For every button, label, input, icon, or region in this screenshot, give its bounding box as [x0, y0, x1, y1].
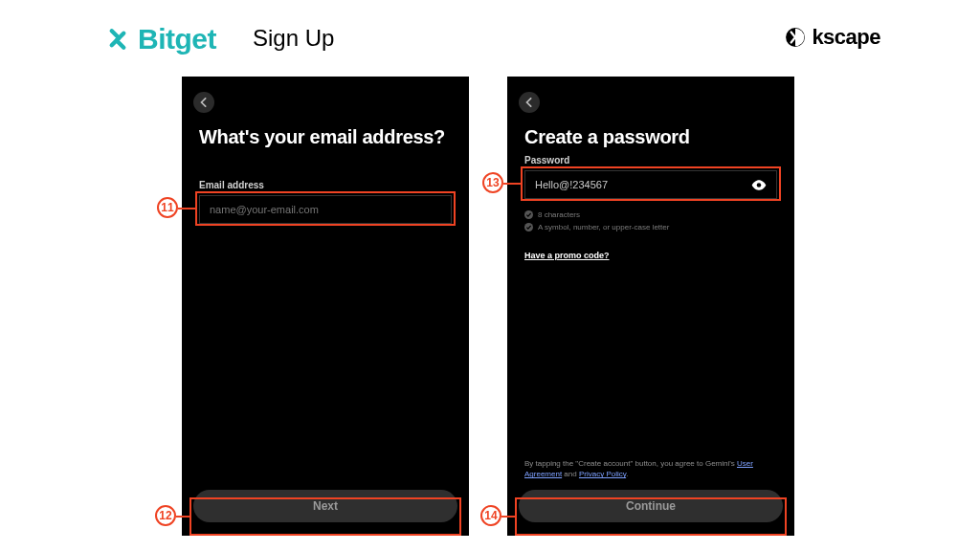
password-field-wrap — [524, 170, 777, 199]
chevron-left-icon — [199, 98, 209, 107]
annotation-number-11: 11 — [157, 197, 178, 218]
screen-title: Create a password — [524, 126, 690, 148]
back-button[interactable] — [193, 92, 214, 113]
password-input[interactable] — [535, 179, 744, 190]
kscape-icon — [785, 27, 806, 48]
agree-mid: and — [562, 470, 579, 478]
bitget-icon — [103, 25, 132, 54]
annotation-number-13: 13 — [482, 172, 503, 193]
check-circle-icon — [524, 210, 533, 219]
back-button[interactable] — [519, 92, 540, 113]
slide-header: Bitget Sign Up kscape — [0, 19, 980, 57]
next-button[interactable]: Next — [193, 490, 457, 522]
kscape-logo: kscape — [785, 25, 880, 50]
req-text: A symbol, number, or upper-case letter — [538, 223, 669, 231]
agree-prefix: By tapping the "Create account" button, … — [524, 459, 737, 468]
bitget-wordmark: Bitget — [138, 23, 216, 55]
bitget-logo: Bitget — [103, 23, 216, 55]
annotation-number-12: 12 — [155, 505, 176, 526]
show-password-toggle[interactable] — [751, 180, 767, 190]
annotation-line-11 — [178, 208, 195, 209]
req-text: 8 characters — [538, 210, 580, 219]
agreement-text: By tapping the "Create account" button, … — [524, 459, 777, 480]
agree-suffix: . — [626, 470, 628, 478]
annotation-line-13 — [503, 183, 521, 185]
password-req-1: 8 characters — [524, 210, 580, 219]
page-title: Sign Up — [253, 25, 334, 52]
kscape-wordmark: kscape — [812, 25, 880, 50]
annotation-number-14: 14 — [480, 505, 501, 526]
password-screen: Create a password Password 8 characters … — [507, 77, 794, 536]
email-field-wrap — [199, 195, 452, 224]
check-circle-icon — [524, 223, 533, 231]
promo-code-link[interactable]: Have a promo code? — [524, 251, 610, 260]
svg-point-1 — [757, 183, 762, 187]
password-label: Password — [524, 155, 569, 165]
screen-title: What's your email address? — [199, 126, 445, 148]
email-label: Email address — [199, 180, 264, 190]
email-screen: What's your email address? Email address… — [182, 77, 469, 536]
annotation-line-14 — [501, 516, 515, 518]
annotation-line-12 — [176, 516, 189, 518]
chevron-left-icon — [524, 98, 534, 107]
eye-icon — [751, 180, 767, 190]
continue-button[interactable]: Continue — [519, 490, 783, 522]
email-input[interactable] — [210, 204, 441, 215]
privacy-policy-link[interactable]: Privacy Policy — [579, 470, 626, 478]
password-req-2: A symbol, number, or upper-case letter — [524, 223, 669, 231]
